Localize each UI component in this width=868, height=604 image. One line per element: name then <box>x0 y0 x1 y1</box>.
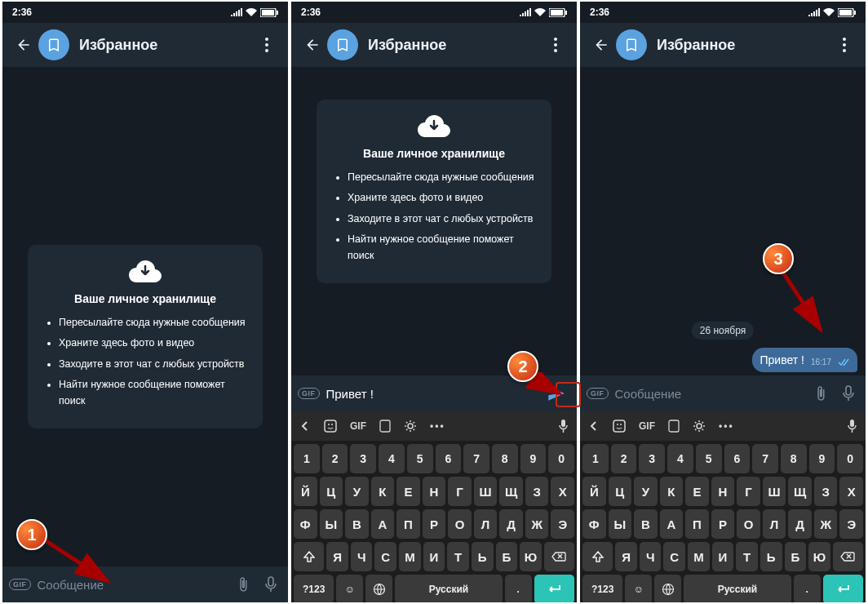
key[interactable]: Д <box>499 509 523 539</box>
key[interactable]: Н <box>423 477 446 506</box>
gear-icon[interactable] <box>404 420 417 433</box>
key[interactable]: Е <box>396 477 420 506</box>
key[interactable]: 8 <box>492 444 518 473</box>
key[interactable]: П <box>396 509 420 539</box>
key[interactable]: Я <box>326 542 348 571</box>
key[interactable]: Ш <box>763 477 786 506</box>
key[interactable]: 2 <box>611 444 637 473</box>
enter-key[interactable] <box>534 575 574 602</box>
key[interactable]: 8 <box>781 444 807 473</box>
key[interactable]: 3 <box>639 444 665 473</box>
key[interactable]: 5 <box>696 444 722 473</box>
key[interactable]: Х <box>839 477 863 506</box>
more-options-button[interactable] <box>252 38 281 52</box>
emoji-key[interactable]: ☺ <box>625 575 652 602</box>
key[interactable]: Ж <box>814 509 838 539</box>
key[interactable]: М <box>399 542 421 571</box>
key[interactable]: И <box>712 542 734 571</box>
key[interactable]: Я <box>615 542 637 571</box>
keyboard-gif-button[interactable]: GIF <box>639 420 655 432</box>
key[interactable]: Щ <box>788 477 812 506</box>
key[interactable]: Й <box>294 477 317 506</box>
key[interactable]: Э <box>551 509 574 539</box>
saved-messages-avatar[interactable] <box>616 29 647 60</box>
key[interactable]: А <box>371 509 395 539</box>
more-icon[interactable]: ••• <box>430 420 445 432</box>
space-key[interactable]: Русский <box>684 575 791 602</box>
key[interactable]: П <box>685 509 709 539</box>
key[interactable]: 6 <box>724 444 751 473</box>
keyboard-gif-button[interactable]: GIF <box>350 420 366 432</box>
sticker-icon[interactable] <box>324 420 337 433</box>
key[interactable]: 9 <box>809 444 835 473</box>
key[interactable]: Ж <box>525 509 549 539</box>
key[interactable]: Б <box>785 542 807 571</box>
key[interactable]: Ч <box>351 542 373 571</box>
key[interactable]: 0 <box>837 444 863 473</box>
period-key[interactable]: . <box>505 575 532 602</box>
saved-messages-avatar[interactable] <box>327 29 358 60</box>
key[interactable]: 9 <box>520 444 547 473</box>
key[interactable]: У <box>345 477 369 506</box>
key[interactable]: 7 <box>463 444 489 473</box>
message-input[interactable]: Сообщение <box>38 578 227 592</box>
microphone-icon[interactable] <box>847 419 857 433</box>
back-button[interactable] <box>9 37 38 53</box>
key[interactable]: Т <box>447 542 469 571</box>
key[interactable]: 6 <box>436 444 462 473</box>
key[interactable]: А <box>660 509 684 539</box>
key[interactable]: О <box>737 509 760 539</box>
key[interactable]: Ш <box>474 477 498 506</box>
key[interactable]: Б <box>496 542 518 571</box>
key[interactable]: Ы <box>609 509 632 539</box>
lang-key[interactable] <box>365 575 392 602</box>
key[interactable]: Ч <box>640 542 662 571</box>
key[interactable]: Ц <box>320 477 343 506</box>
attach-button[interactable] <box>232 576 254 593</box>
key[interactable]: Л <box>763 509 786 539</box>
key[interactable]: К <box>371 477 395 506</box>
key[interactable]: 1 <box>294 444 320 473</box>
emoji-key[interactable]: ☺ <box>336 575 363 602</box>
more-options-button[interactable] <box>830 38 859 52</box>
key[interactable]: У <box>634 477 658 506</box>
gear-icon[interactable] <box>693 420 706 433</box>
chevron-left-icon[interactable] <box>588 420 600 432</box>
gif-button[interactable]: GIF <box>587 388 609 399</box>
message-input[interactable]: Сообщение <box>615 387 804 401</box>
back-button[interactable] <box>298 37 327 53</box>
key[interactable]: Ф <box>294 509 317 539</box>
key[interactable]: В <box>634 509 658 539</box>
attach-button[interactable] <box>810 385 831 402</box>
key[interactable]: 5 <box>407 444 433 473</box>
back-button[interactable] <box>587 37 616 53</box>
key[interactable]: Ф <box>582 509 606 539</box>
key[interactable]: В <box>345 509 369 539</box>
more-icon[interactable]: ••• <box>719 420 734 432</box>
message-input[interactable]: Привет ! <box>326 387 537 401</box>
key[interactable]: Ы <box>320 509 343 539</box>
mic-button[interactable] <box>260 576 281 593</box>
backspace-key[interactable] <box>833 542 863 571</box>
key[interactable]: Х <box>551 477 574 506</box>
key[interactable]: Ь <box>472 542 494 571</box>
key[interactable]: Ь <box>760 542 782 571</box>
key[interactable]: З <box>814 477 838 506</box>
key[interactable]: 4 <box>379 444 405 473</box>
more-options-button[interactable] <box>541 38 570 52</box>
key[interactable]: Ю <box>808 542 830 571</box>
space-key[interactable]: Русский <box>395 575 503 602</box>
key[interactable]: 3 <box>350 444 376 473</box>
key[interactable]: И <box>423 542 445 571</box>
key[interactable]: Н <box>711 477 735 506</box>
key[interactable]: Л <box>474 509 498 539</box>
symbols-key[interactable]: ?123 <box>294 575 334 602</box>
key[interactable]: Р <box>711 509 735 539</box>
backspace-key[interactable] <box>544 542 574 571</box>
key[interactable]: Ц <box>609 477 632 506</box>
key[interactable]: 0 <box>548 444 574 473</box>
key[interactable]: Т <box>736 542 758 571</box>
key[interactable]: 7 <box>752 444 778 473</box>
key[interactable]: К <box>660 477 684 506</box>
mic-button[interactable] <box>838 385 859 402</box>
